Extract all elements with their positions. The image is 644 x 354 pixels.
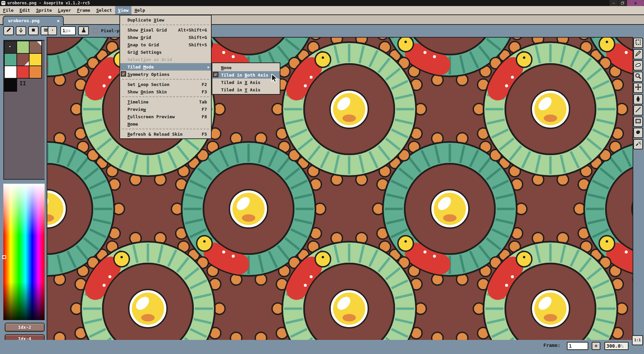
menu-item-refresh-reload-skin[interactable]: Refresh & Reload SkinF5 xyxy=(120,130,211,138)
menu-shortcut: F2 xyxy=(202,82,207,87)
menu-item-none[interactable]: None xyxy=(212,64,280,71)
zoom-icon xyxy=(635,73,641,81)
menu-separator xyxy=(122,79,209,80)
brush-size-input[interactable]: 1px xyxy=(60,26,76,35)
spectrum-marker[interactable] xyxy=(2,255,6,259)
menu-item-timeline[interactable]: TimelineTab xyxy=(120,98,211,105)
aseprite-logo-icon xyxy=(1,1,5,5)
menu-shortcut: Alt+Shift+G xyxy=(178,28,207,33)
menu-layer[interactable]: Layer xyxy=(55,6,74,14)
menu-frame[interactable]: Frame xyxy=(74,6,93,14)
menu-item-home[interactable]: Home xyxy=(120,120,211,128)
menu-sprite[interactable]: Sprite xyxy=(33,6,55,14)
mouse-cursor xyxy=(271,74,280,83)
palette-swatches xyxy=(4,41,42,79)
menu-item-show-grid[interactable]: Show GridShift+G xyxy=(120,34,211,41)
menu-item-preview[interactable]: PreviewF7 xyxy=(120,105,211,113)
menu-item-symmetry-options[interactable]: ✓Symmetry Options xyxy=(120,71,211,78)
spray-icon xyxy=(635,140,641,148)
menu-view[interactable]: View xyxy=(115,6,131,14)
palette-swatch-1[interactable] xyxy=(17,41,29,53)
menu-item-tiled-mode[interactable]: Tiled Mode▶ xyxy=(120,63,211,71)
menu-item-show-pixel-grid[interactable]: Show Pixel GridAlt+Shift+G xyxy=(120,26,211,34)
menu-shortcut: Tab xyxy=(199,99,207,104)
tab-uroboros[interactable]: uroboros.png × xyxy=(3,16,64,26)
frame-number-input[interactable]: 1 xyxy=(567,342,588,350)
pixel-perfect-checkbox[interactable] xyxy=(93,28,98,33)
contour-icon xyxy=(635,129,641,137)
menu-item-grid-settings[interactable]: Grid Settings xyxy=(120,48,211,56)
palette-swatch-black[interactable] xyxy=(4,79,17,92)
title-bar: uroboros.png - Aseprite v1.1.2-rc5 – x xyxy=(0,0,644,6)
zoom-level-box[interactable]: 300.0% xyxy=(604,342,629,350)
menu-help[interactable]: Help xyxy=(131,6,148,14)
view-menu: Duplicate ViewShow Pixel GridAlt+Shift+G… xyxy=(119,15,212,139)
palette-swatch-6[interactable] xyxy=(5,66,16,78)
palette-swatch-8[interactable] xyxy=(30,66,41,78)
add-frame-button[interactable]: + xyxy=(592,342,600,350)
menu-item-duplicate-view[interactable]: Duplicate View xyxy=(120,16,211,24)
tab-close-icon[interactable]: × xyxy=(57,18,60,24)
contour-tool-button[interactable] xyxy=(633,128,643,138)
rectangle-tool-button[interactable] xyxy=(633,117,643,127)
restore-icon xyxy=(621,1,624,5)
tab-title: uroboros.png xyxy=(8,18,40,23)
eraser-tool-button[interactable] xyxy=(633,60,643,71)
pencil-tool-button[interactable] xyxy=(633,49,643,59)
zoom-tool-button[interactable] xyxy=(633,72,643,82)
rectangular-marquee-tool-button[interactable] xyxy=(633,38,643,48)
rectangular-marquee-icon xyxy=(635,39,641,47)
ink-button[interactable] xyxy=(78,26,89,35)
menu-separator xyxy=(122,96,209,97)
menu-item-snap-to-grid[interactable]: Snap to GridShift+S xyxy=(120,41,211,48)
color-spectrum-picker[interactable] xyxy=(3,184,45,320)
menu-item-tiled-in-x-axis[interactable]: Tiled in X Axis xyxy=(212,79,280,86)
palette-swatch-3[interactable] xyxy=(5,54,16,65)
submenu-arrow-icon: ▶ xyxy=(208,65,210,69)
menu-item-fullscreen-preview[interactable]: Fullscreen PreviewF8 xyxy=(120,113,211,120)
move-icon xyxy=(635,84,641,92)
menu-edit[interactable]: Edit xyxy=(16,6,33,14)
arrow-down-button[interactable] xyxy=(16,26,26,35)
actual-size-button[interactable]: 1:1 xyxy=(632,335,643,345)
menu-shortcut: Shift+G xyxy=(189,35,207,40)
spray-tool-button[interactable] xyxy=(633,139,643,149)
palette-swatch-5[interactable] xyxy=(30,54,41,65)
rectangle-icon xyxy=(635,118,641,126)
brush-icon xyxy=(6,27,11,34)
menu-item-tiled-in-y-axis[interactable]: Tiled in Y Axis xyxy=(212,86,280,93)
menu-shortcut: Shift+S xyxy=(189,42,207,47)
menu-file[interactable]: File xyxy=(0,6,16,14)
menu-separator xyxy=(122,25,209,25)
minimize-button[interactable]: – xyxy=(609,0,618,6)
square-button[interactable] xyxy=(28,26,39,35)
pencil-icon xyxy=(635,50,641,58)
square-icon xyxy=(31,27,36,34)
restore-button[interactable] xyxy=(618,0,627,6)
brush-button[interactable] xyxy=(3,26,14,35)
palette-swatch-2[interactable] xyxy=(30,41,41,53)
menu-item-show-onion-skin[interactable]: Show Onion SkinF3 xyxy=(120,88,211,95)
foreground-corner-mark xyxy=(37,41,41,46)
palette-swatch-7[interactable] xyxy=(17,66,29,78)
menu-item-selection-as-grid: Selection as Grid xyxy=(120,56,211,63)
foreground-color-button[interactable]: Idx-2 xyxy=(5,323,45,332)
menu-shortcut: F7 xyxy=(202,107,207,112)
palette-swatch-4[interactable] xyxy=(17,54,29,65)
menu-separator xyxy=(122,129,209,129)
menu-shortcut: F3 xyxy=(202,89,207,94)
context-toolbar: 1px Pixel-pe xyxy=(0,26,644,38)
line-icon xyxy=(635,106,641,114)
dot-icon xyxy=(50,27,55,34)
background-corner-mark xyxy=(24,61,29,65)
menu-item-set-loop-section[interactable]: Set Loop SectionF2 xyxy=(120,81,211,88)
move-tool-button[interactable] xyxy=(633,83,643,93)
ink-tool-button[interactable] xyxy=(633,94,643,104)
line-tool-button[interactable] xyxy=(633,105,643,116)
dot-button[interactable] xyxy=(48,26,57,35)
menu-item-tiled-in-both-axis[interactable]: ✓Tiled in Both Axis xyxy=(212,71,280,79)
menu-shortcut: F8 xyxy=(202,114,207,119)
palette-swatch-0[interactable] xyxy=(5,41,16,53)
close-button[interactable]: x xyxy=(627,0,644,6)
menu-select[interactable]: Select xyxy=(93,6,115,14)
